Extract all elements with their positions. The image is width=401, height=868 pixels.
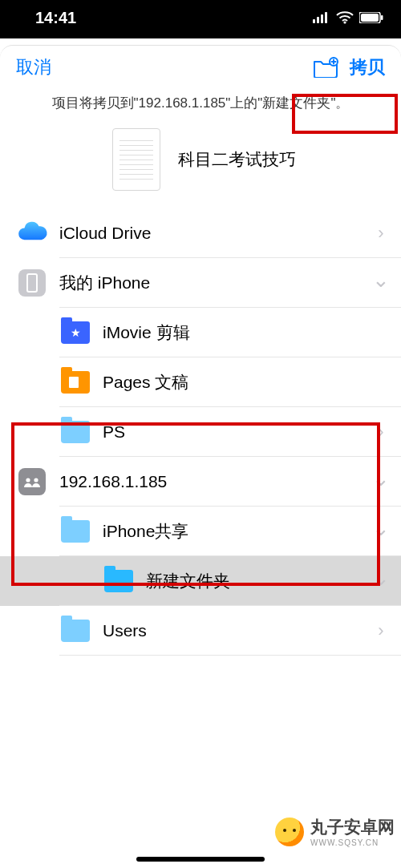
svg-rect-1 xyxy=(317,17,319,23)
folder-icon xyxy=(59,366,91,398)
battery-icon xyxy=(359,12,383,23)
wifi-icon xyxy=(336,11,354,24)
folder-pages[interactable]: Pages 文稿 xyxy=(0,357,401,407)
location-my-iphone[interactable]: 我的 iPhone xyxy=(0,258,401,308)
status-time: 14:41 xyxy=(35,9,76,27)
folder-label: Pages 文稿 xyxy=(103,371,401,394)
file-preview: 科目二考试技巧 xyxy=(0,120,401,208)
folder-iphone-share[interactable]: iPhone共享 xyxy=(0,507,401,556)
sheet-navbar: 取消 拷贝 xyxy=(0,46,401,89)
new-folder-icon[interactable] xyxy=(313,57,338,78)
svg-rect-6 xyxy=(361,14,379,22)
home-indicator xyxy=(136,857,265,862)
folder-icon xyxy=(59,615,91,647)
chevron-right-icon xyxy=(369,620,401,641)
folder-icon xyxy=(103,565,135,597)
folder-ps[interactable]: PS xyxy=(0,407,401,457)
location-label: 我的 iPhone xyxy=(59,272,369,294)
svg-rect-2 xyxy=(321,14,323,23)
folder-icon xyxy=(59,515,91,547)
status-icons xyxy=(313,11,383,24)
svg-point-9 xyxy=(26,478,30,482)
watermark: 丸子安卓网 WWW.SQSY.CN xyxy=(275,816,395,847)
copy-sheet: 取消 拷贝 项目将拷贝到"192.168.1.185"上的"新建文件夹"。 科目… xyxy=(0,45,401,868)
chevron-right-icon xyxy=(369,422,401,442)
svg-point-10 xyxy=(34,478,38,482)
watermark-text: 丸子安卓网 xyxy=(310,818,395,836)
folder-label: 新建文件夹 xyxy=(146,570,369,592)
copy-button[interactable]: 拷贝 xyxy=(350,55,385,79)
watermark-url: WWW.SQSY.CN xyxy=(310,838,395,847)
chevron-down-icon xyxy=(369,470,401,495)
folder-icon xyxy=(59,317,91,349)
cellular-icon xyxy=(313,12,330,23)
svg-point-4 xyxy=(343,21,346,23)
cancel-button[interactable]: 取消 xyxy=(16,55,51,79)
location-server[interactable]: 192.168.1.185 xyxy=(0,457,401,507)
folder-users[interactable]: Users xyxy=(0,606,401,656)
status-bar: 14:41 xyxy=(0,0,401,38)
svg-rect-3 xyxy=(325,12,327,23)
copy-destination-subtitle: 项目将拷贝到"192.168.1.185"上的"新建文件夹"。 xyxy=(0,89,401,120)
folder-icon xyxy=(59,416,91,448)
chevron-down-icon xyxy=(369,569,401,594)
icloud-icon xyxy=(16,217,48,249)
folder-label: iMovie 剪辑 xyxy=(103,321,401,344)
iphone-icon xyxy=(16,267,48,299)
folder-label: iPhone共享 xyxy=(103,520,369,543)
svg-rect-7 xyxy=(381,15,383,20)
file-thumbnail xyxy=(112,128,160,191)
watermark-logo xyxy=(275,818,304,846)
folder-new-folder[interactable]: 新建文件夹 xyxy=(0,556,401,606)
location-label: 192.168.1.185 xyxy=(59,472,369,491)
folder-label: Users xyxy=(103,621,369,640)
server-icon xyxy=(16,466,48,498)
chevron-right-icon xyxy=(369,223,401,244)
location-icloud[interactable]: iCloud Drive xyxy=(0,208,401,258)
file-title: 科目二考试技巧 xyxy=(178,148,296,171)
folder-label: PS xyxy=(103,422,369,442)
locations-list: iCloud Drive 我的 iPhone iMovie 剪辑 Pages 文… xyxy=(0,208,401,656)
chevron-down-icon xyxy=(369,519,401,544)
chevron-down-icon xyxy=(369,271,401,296)
location-label: iCloud Drive xyxy=(59,224,369,243)
folder-imovie[interactable]: iMovie 剪辑 xyxy=(0,308,401,357)
svg-rect-0 xyxy=(313,19,315,23)
